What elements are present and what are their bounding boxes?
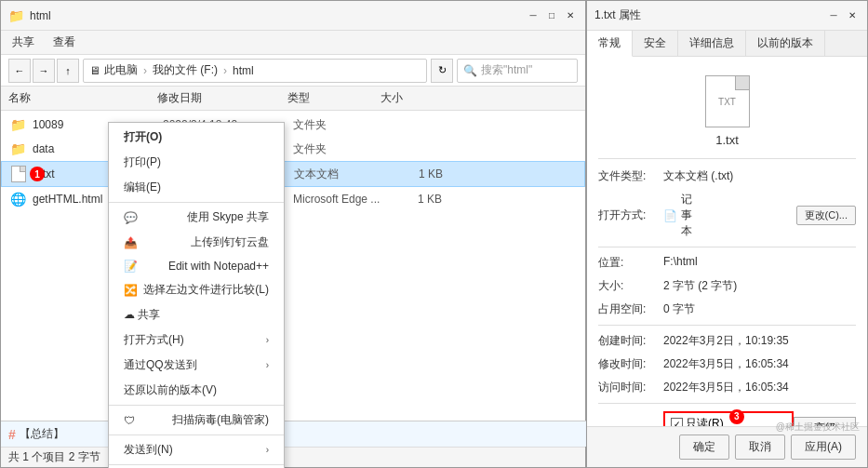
menu-share[interactable]: 共享 (8, 33, 38, 52)
change-app-button[interactable]: 更改(C)... (796, 206, 856, 225)
file-items: 📁 10089 2022/3/4 18:43 文件夹 📁 data 2022/3… (1, 111, 585, 213)
prop-row-type: 文件类型: 文本文档 (.txt) (598, 168, 856, 184)
file-type: 文本文档 (294, 167, 387, 182)
prop-label-size: 大小: (598, 278, 663, 294)
prop-divider (598, 325, 856, 326)
prop-value-accessed: 2022年3月5日，16:05:34 (663, 380, 856, 395)
prop-close-button[interactable]: ✕ (845, 8, 860, 23)
ctx-print[interactable]: 打印(P) (109, 150, 284, 175)
folder-icon: 📁 (8, 115, 27, 134)
breadcrumb-pc: 🖥 (89, 64, 100, 77)
txt-file-icon (9, 165, 28, 183)
prop-value-modified: 2022年3月5日，16:05:34 (663, 356, 856, 372)
ctx-divider (109, 405, 284, 406)
prop-window-controls: ─ ✕ (826, 8, 860, 23)
maximize-button[interactable]: □ (544, 8, 559, 23)
list-item[interactable]: 📁 data 2022/3/4 15:27 文件夹 (1, 137, 585, 161)
file-size: 1 KB (386, 193, 442, 206)
ctx-divider (109, 435, 284, 435)
ctx-dingding[interactable]: 📤 上传到钉钉云盘 (109, 230, 284, 255)
prop-value-created: 2022年3月2日，10:19:35 (663, 333, 856, 349)
tab-security[interactable]: 安全 (633, 31, 678, 56)
up-button[interactable]: ↑ (57, 59, 79, 83)
col-header-type[interactable]: 类型 (287, 90, 381, 106)
prop-divider (598, 247, 856, 247)
menu-bar: 共享 查看 (1, 31, 585, 55)
skype-icon: 💬 (124, 211, 138, 224)
prop-row-location: 位置: F:\html (598, 255, 856, 271)
badge-1: 1 (30, 167, 45, 181)
prop-value-disksize: 0 字节 (663, 301, 856, 317)
title-bar: 📁 html ─ □ ✕ (1, 1, 585, 31)
shield-icon: 🛡 (124, 414, 135, 427)
apply-button[interactable]: 应用(A) (791, 435, 856, 460)
ctx-notepad[interactable]: 📝 Edit with Notepad++ (109, 255, 284, 277)
ctx-scan[interactable]: 🛡 扫描病毒(电脑管家) (109, 408, 284, 433)
checkbox-readonly-box[interactable]: ✓ (671, 418, 683, 426)
list-item[interactable]: 📁 10089 2022/3/4 18:43 文件夹 (1, 113, 585, 137)
ctx-compare[interactable]: 🔀 选择左边文件进行比较(L) (109, 277, 284, 302)
ctx-open[interactable]: 打开(O) (109, 125, 284, 150)
ctx-edit[interactable]: 编辑(E) (109, 175, 284, 200)
file-type: 文件夹 (293, 141, 386, 157)
prop-value-open: 记事本 (681, 192, 692, 239)
breadcrumb-folder: html (233, 64, 254, 77)
ctx-open-with[interactable]: 打开方式(H) › (109, 328, 284, 353)
ctx-divider (109, 202, 284, 203)
ok-button[interactable]: 确定 (679, 435, 729, 460)
nav-buttons: ← → ↑ (8, 59, 79, 83)
prop-minimize-button[interactable]: ─ (826, 8, 841, 23)
ctx-send-qq[interactable]: 通过QQ发送到 › (109, 353, 284, 378)
notepad-icon: 📝 (124, 260, 138, 273)
prop-content: TXT 1.txt 文件类型: 文本文档 (.txt) 打开方式: 📄 记事本 … (587, 57, 867, 426)
window-controls: ─ □ ✕ (526, 8, 578, 23)
forward-button[interactable]: → (33, 59, 55, 83)
ctx-send-to[interactable]: 发送到(N) › (109, 437, 284, 462)
prop-value-location: F:\html (663, 255, 856, 268)
prop-row-disksize: 占用空间: 0 字节 (598, 301, 856, 317)
refresh-button[interactable]: ↻ (431, 59, 453, 83)
folder-nav-icon: 📁 (8, 8, 24, 23)
address-bar: ← → ↑ 🖥 此电脑 › 我的文件 (F:) › html ↻ 🔍 搜索"ht… (1, 55, 585, 87)
watermark: @稀土掘金技术社区 (776, 421, 860, 434)
explorer-window: 📁 html ─ □ ✕ 共享 查看 ← → ↑ 🖥 此电脑 › 我的文件 (F… (0, 0, 586, 468)
attr-row: ✓ 只读(R) 3 ✓ 隐藏(H) (663, 411, 794, 426)
prop-row-open: 打开方式: 📄 记事本 更改(C)... (598, 192, 856, 239)
col-header-size[interactable]: 大小 (381, 90, 436, 106)
prop-window-title: 1.txt 属性 (594, 7, 641, 23)
notepad-small-icon: 📄 (663, 209, 677, 222)
list-item[interactable]: 🌐 getHTML.html Microsoft Edge ... 1 KB (1, 187, 585, 211)
ctx-skype[interactable]: 💬 使用 Skype 共享 (109, 205, 284, 230)
minimize-button[interactable]: ─ (526, 8, 541, 23)
prop-row-created: 创建时间: 2022年3月2日，10:19:35 (598, 333, 856, 349)
ctx-divider (109, 464, 284, 465)
col-header-date[interactable]: 修改日期 (157, 90, 287, 106)
tab-previous[interactable]: 以前的版本 (746, 31, 825, 56)
ctx-restore[interactable]: 还原以前的版本(V) (109, 378, 284, 403)
sep2: › (223, 64, 227, 77)
menu-view[interactable]: 查看 (49, 33, 79, 52)
prop-row-modified: 修改时间: 2022年3月5日，16:05:34 (598, 356, 856, 372)
search-box[interactable]: 🔍 搜索"html" (457, 59, 578, 83)
list-item[interactable]: 1 1.txt 2022/3/4 15:45 文本文档 1 KB (1, 161, 585, 187)
cancel-button[interactable]: 取消 (735, 435, 785, 460)
prop-value-type: 文本文档 (.txt) (663, 168, 856, 184)
search-text: 搜索"html" (481, 62, 532, 78)
badge-3: 3 (729, 409, 744, 424)
col-header-name[interactable]: 名称 (8, 90, 157, 106)
ctx-share[interactable]: ☁ 共享 (109, 302, 284, 328)
close-button[interactable]: ✕ (563, 8, 578, 23)
back-button[interactable]: ← (8, 59, 31, 83)
tab-details[interactable]: 详细信息 (678, 31, 746, 56)
txt-icon (11, 166, 26, 182)
tab-general[interactable]: 常规 (587, 31, 633, 57)
prop-label-open: 打开方式: (598, 207, 663, 223)
prop-title-bar: 1.txt 属性 ─ ✕ (587, 1, 867, 31)
prop-divider (598, 403, 856, 404)
checkbox-readonly[interactable]: ✓ 只读(R) (671, 416, 724, 426)
html-file-icon: 🌐 (8, 190, 27, 208)
breadcrumb[interactable]: 🖥 此电脑 › 我的文件 (F:) › html (83, 59, 427, 83)
prop-file-name: 1.txt (715, 133, 739, 147)
compare-icon: 🔀 (124, 284, 138, 297)
window-title: html (30, 9, 51, 22)
